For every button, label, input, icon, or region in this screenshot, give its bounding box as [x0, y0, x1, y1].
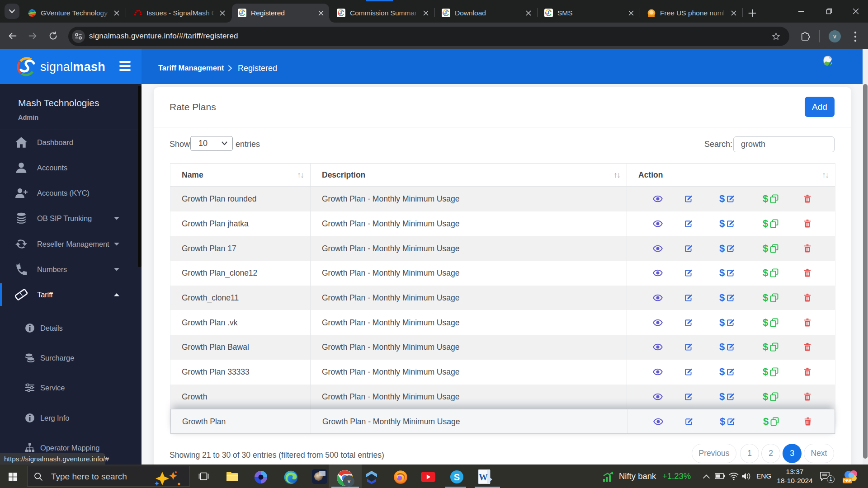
- svg-text:W: W: [479, 472, 488, 482]
- svg-text:PRE: PRE: [843, 479, 852, 483]
- svg-text:S: S: [454, 472, 460, 482]
